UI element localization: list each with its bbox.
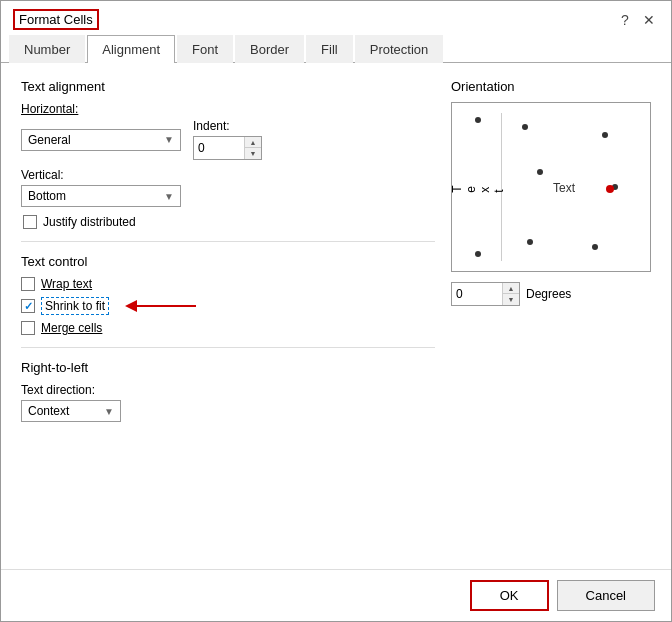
vertical-text-label: Text	[450, 181, 506, 192]
degrees-spinbox[interactable]: ▲ ▼	[451, 282, 520, 306]
merge-cells-row: Merge cells	[21, 321, 435, 335]
degrees-input[interactable]	[452, 283, 502, 305]
justify-row: Justify distributed	[21, 215, 435, 229]
merge-cells-label: Merge cells	[41, 321, 102, 335]
svg-text:Text: Text	[553, 181, 576, 195]
help-button[interactable]: ?	[615, 10, 635, 30]
degrees-label: Degrees	[526, 287, 571, 301]
svg-point-9	[606, 185, 614, 193]
justify-checkbox[interactable]	[23, 215, 37, 229]
shrink-to-fit-label: Shrink to fit	[41, 297, 109, 315]
tab-alignment[interactable]: Alignment	[87, 35, 175, 63]
top-dot	[475, 117, 481, 123]
horizontal-select[interactable]: General ▼	[21, 129, 181, 151]
main-content: Text alignment Horizontal: General ▼ Ind…	[1, 63, 671, 569]
direction-dropdown-icon: ▼	[104, 406, 114, 417]
tab-bar: Number Alignment Font Border Fill Protec…	[1, 34, 671, 63]
tab-number[interactable]: Number	[9, 35, 85, 63]
indent-down-button[interactable]: ▼	[245, 148, 261, 159]
annotation-arrow	[121, 294, 201, 318]
orientation-dots-svg: Text	[515, 117, 635, 257]
orientation-header: Orientation	[451, 79, 651, 94]
wrap-text-row: Wrap text	[21, 277, 435, 291]
orientation-inner: Text	[462, 113, 640, 261]
svg-point-2	[522, 124, 528, 130]
left-panel: Text alignment Horizontal: General ▼ Ind…	[21, 79, 435, 553]
text-control-header: Text control	[21, 254, 435, 269]
checkmark-icon: ✓	[24, 300, 33, 313]
shrink-to-fit-row: ✓ Shrink to fit	[21, 297, 109, 315]
format-cells-dialog: Format Cells ? ✕ Number Alignment Font B…	[0, 0, 672, 622]
indent-group: Indent: ▲ ▼	[193, 119, 262, 160]
wrap-text-checkbox[interactable]	[21, 277, 35, 291]
orientation-box: Text	[451, 102, 651, 272]
svg-point-6	[527, 239, 533, 245]
indent-label: Indent:	[193, 119, 230, 133]
svg-point-3	[602, 132, 608, 138]
vertical-dropdown-icon: ▼	[164, 191, 174, 202]
title-bar-left: Format Cells	[13, 9, 99, 30]
indent-spinbox-buttons: ▲ ▼	[244, 137, 261, 159]
indent-spinbox[interactable]: ▲ ▼	[193, 136, 262, 160]
vertical-text-col: Text	[462, 113, 502, 261]
tab-protection[interactable]: Protection	[355, 35, 444, 63]
indent-input[interactable]	[194, 137, 244, 159]
button-bar: OK Cancel	[1, 569, 671, 621]
degrees-up-button[interactable]: ▲	[503, 283, 519, 294]
rtl-section: Right-to-left Text direction: Context ▼	[21, 360, 435, 422]
angled-area: Text	[510, 113, 640, 261]
dialog-title: Format Cells	[13, 9, 99, 30]
vertical-select[interactable]: Bottom ▼	[21, 185, 181, 207]
tab-font[interactable]: Font	[177, 35, 233, 63]
text-alignment-header: Text alignment	[21, 79, 435, 94]
title-bar-right: ? ✕	[615, 10, 659, 30]
degrees-down-button[interactable]: ▼	[503, 294, 519, 305]
degrees-spinbox-buttons: ▲ ▼	[502, 283, 519, 305]
bottom-dot	[475, 251, 481, 257]
svg-point-7	[592, 244, 598, 250]
rtl-header: Right-to-left	[21, 360, 435, 375]
ok-button[interactable]: OK	[470, 580, 549, 611]
justify-label: Justify distributed	[43, 215, 136, 229]
vertical-label: Vertical:	[21, 168, 435, 182]
direction-select[interactable]: Context ▼	[21, 400, 121, 422]
tab-fill[interactable]: Fill	[306, 35, 353, 63]
merge-cells-checkbox[interactable]	[21, 321, 35, 335]
wrap-text-label: Wrap text	[41, 277, 92, 291]
title-bar: Format Cells ? ✕	[1, 1, 671, 30]
direction-label: Text direction:	[21, 383, 435, 397]
shrink-to-fit-checkbox[interactable]: ✓	[21, 299, 35, 313]
close-button[interactable]: ✕	[639, 10, 659, 30]
indent-up-button[interactable]: ▲	[245, 137, 261, 148]
tab-border[interactable]: Border	[235, 35, 304, 63]
horizontal-dropdown-icon: ▼	[164, 134, 174, 145]
cancel-button[interactable]: Cancel	[557, 580, 655, 611]
degrees-row: ▲ ▼ Degrees	[451, 282, 651, 306]
horizontal-label: Horizontal:	[21, 102, 435, 116]
svg-point-4	[537, 169, 543, 175]
text-control-checkboxes: Wrap text ✓ Shrink to fit	[21, 277, 435, 335]
right-panel: Orientation	[451, 79, 651, 553]
